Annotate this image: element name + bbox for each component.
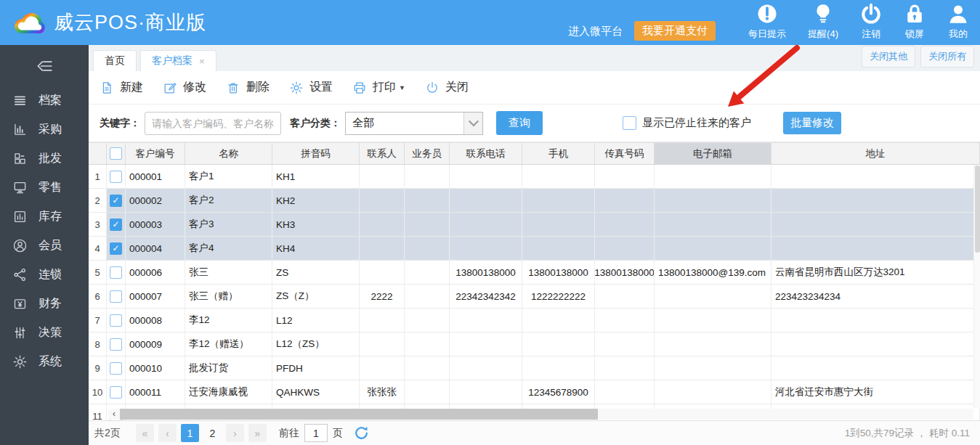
sidebar-item-purchase[interactable]: 采购 <box>0 115 89 144</box>
table-row[interactable]: 10000011迁安海康威视QAHKWS张张张12345678900河北省迁安市… <box>89 380 980 404</box>
keyword-input[interactable] <box>145 112 281 135</box>
sidebar-item-retail[interactable]: 零售 <box>0 173 89 202</box>
column-header-customer-code[interactable]: 客户编号 <box>126 143 185 165</box>
cell-fax <box>595 213 655 237</box>
close-all-button[interactable]: 关闭所有 <box>920 46 974 68</box>
column-header-contact[interactable]: 联系人 <box>360 143 405 165</box>
row-checkbox[interactable]: ✓ <box>110 242 122 255</box>
toolbar-new-label: 新建 <box>120 80 143 95</box>
row-checkbox-cell <box>107 356 126 380</box>
prev-page-button[interactable]: ‹ <box>158 424 177 442</box>
header-reminders-button[interactable]: 提醒(4) <box>797 3 849 41</box>
column-header-name[interactable]: 名称 <box>185 143 272 165</box>
toolbar-print-button[interactable]: 打印▼ <box>352 80 405 95</box>
header-daily-tips-button[interactable]: 每日提示 <box>737 3 797 41</box>
next-page-button[interactable]: › <box>226 424 244 442</box>
tab-home[interactable]: 首页 <box>93 50 137 71</box>
page-button-1[interactable]: 1 <box>181 424 199 442</box>
cell-name: 李12 <box>185 309 272 332</box>
table-row[interactable]: 1000001客户1KH1 <box>89 165 980 189</box>
table-row[interactable]: 3✓000003客户3KH3 <box>89 213 980 237</box>
cell-salesman <box>405 189 450 213</box>
top-header: 威云POS·商业版 进入微平台 我要开通支付 每日提示提醒(4)注销锁屏我的 <box>0 0 980 45</box>
header-logout-button[interactable]: 注销 <box>849 3 893 41</box>
printer-icon <box>352 81 367 95</box>
row-checkbox[interactable] <box>110 314 122 327</box>
table-row[interactable]: 7000008李12L12 <box>89 309 980 332</box>
table-row[interactable]: 6000007张三（赠）ZS（Z）22222234234234212222222… <box>89 285 980 309</box>
toolbar: 新建修改删除设置打印▼关闭 <box>89 71 980 105</box>
scroll-left-icon[interactable]: ‹ <box>108 409 120 420</box>
sidebar-item-inventory[interactable]: 库存 <box>0 202 89 231</box>
row-number: 9 <box>89 356 107 380</box>
header-lock-screen-button[interactable]: 锁屏 <box>893 3 936 41</box>
row-checkbox[interactable] <box>110 171 122 183</box>
category-value: 全部 <box>352 116 374 130</box>
column-header-phone[interactable]: 联系电话 <box>450 143 522 165</box>
column-header-pinyin[interactable]: 拼音码 <box>272 143 360 165</box>
row-checkbox[interactable] <box>110 290 122 303</box>
goto-page-input[interactable] <box>304 424 328 442</box>
toolbar-modify-button[interactable]: 修改 <box>163 80 206 95</box>
table-row[interactable]: 4✓000004客户4KH4 <box>89 237 980 261</box>
column-header-fax[interactable]: 传真号码 <box>595 143 655 165</box>
column-header-mobile[interactable]: 手机 <box>522 143 595 165</box>
sidebar-item-archive[interactable]: 档案 <box>0 86 89 115</box>
category-select[interactable]: 全部 <box>345 112 483 135</box>
toolbar-settings-button[interactable]: 设置 <box>289 80 333 95</box>
cell-mobile: 1222222222 <box>522 285 595 309</box>
tab-customer-archive[interactable]: 客户档案 × <box>140 50 216 71</box>
tab-bar: 首页 客户档案 × 关闭其他 关闭所有 <box>89 45 980 71</box>
sidebar-item-wholesale[interactable]: 批发 <box>0 144 89 173</box>
sidebar-item-chain[interactable]: 连锁 <box>0 260 89 289</box>
table-row[interactable]: 2✓000002客户2KH2 <box>89 189 980 213</box>
vertical-scrollbar[interactable] <box>973 165 980 408</box>
show-stopped-checkbox[interactable] <box>623 116 636 130</box>
toolbar-close-button[interactable]: 关闭 <box>425 80 469 95</box>
sidebar-item-finance[interactable]: 财务 <box>0 289 89 318</box>
toolbar-delete-button[interactable]: 删除 <box>226 80 270 95</box>
row-checkbox[interactable]: ✓ <box>110 219 122 231</box>
page-button-2[interactable]: 2 <box>203 424 222 442</box>
gear-icon <box>289 81 304 95</box>
goto-label: 前往 <box>279 427 299 440</box>
search-button[interactable]: 查询 <box>496 111 543 135</box>
keyword-label: 关键字： <box>100 117 140 130</box>
refresh-icon[interactable] <box>353 425 370 441</box>
cell-phone <box>450 309 522 332</box>
column-header-email[interactable]: 电子邮箱 <box>655 143 772 165</box>
table-row[interactable]: 8000009李12（赠送）L12（ZS） <box>89 332 980 356</box>
cell-address <box>772 165 980 189</box>
chain-icon <box>12 267 28 282</box>
row-checkbox[interactable] <box>110 338 122 351</box>
row-checkbox[interactable] <box>110 386 122 399</box>
header-profile-button[interactable]: 我的 <box>936 3 980 41</box>
last-page-button[interactable]: » <box>248 424 267 442</box>
close-others-button[interactable]: 关闭其他 <box>862 46 915 68</box>
sidebar-item-decision[interactable]: 决策 <box>0 318 89 347</box>
sidebar-item-system[interactable]: 系统 <box>0 347 89 376</box>
column-header-salesman[interactable]: 业务员 <box>405 143 450 165</box>
toolbar-print-label: 打印 <box>373 80 396 95</box>
cell-pinyin: ZS <box>272 261 360 285</box>
table-row[interactable]: 9000010批发订货PFDH <box>89 356 980 380</box>
sidebar-item-member[interactable]: 会员 <box>0 231 89 260</box>
row-checkbox[interactable] <box>110 362 122 375</box>
cell-phone <box>450 380 522 404</box>
toolbar-new-button[interactable]: 新建 <box>100 80 143 95</box>
sidebar-item-decision-label: 决策 <box>39 325 62 340</box>
open-payment-button[interactable]: 我要开通支付 <box>634 21 716 41</box>
hscrollbar-thumb[interactable] <box>120 409 598 420</box>
sidebar-collapse-button[interactable] <box>35 57 54 75</box>
row-checkbox[interactable] <box>110 266 122 279</box>
row-checkbox[interactable]: ✓ <box>110 195 122 207</box>
horizontal-scrollbar[interactable]: ‹ <box>108 409 973 420</box>
column-header-address[interactable]: 地址 <box>772 143 980 165</box>
table-row[interactable]: 5000006张三ZS13800138000138001380001380013… <box>89 261 980 285</box>
close-icon[interactable]: × <box>199 56 205 67</box>
vscrollbar-thumb[interactable] <box>975 166 980 253</box>
first-page-button[interactable]: « <box>136 424 154 442</box>
select-all-checkbox[interactable] <box>110 147 122 160</box>
batch-edit-button[interactable]: 批量修改 <box>783 112 841 134</box>
micro-platform-link[interactable]: 进入微平台 <box>568 25 623 41</box>
